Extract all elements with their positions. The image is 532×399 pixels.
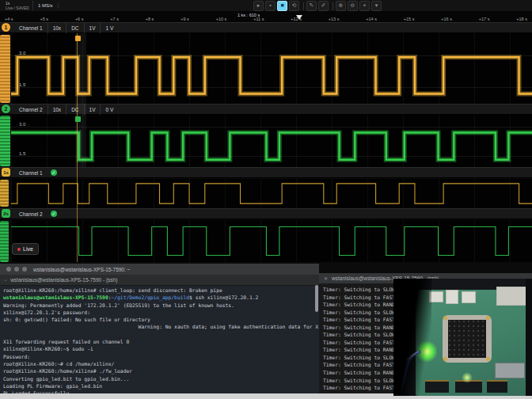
- terminal-left-title: wstanislaus@wstanislaus-XPS-15-7590: ~: [33, 267, 130, 272]
- tick-label: +14 s: [366, 17, 377, 21]
- digital-channel1-header[interactable]: Channel 1 ✓: [0, 167, 532, 178]
- channel1-offset[interactable]: 1 V: [101, 23, 118, 33]
- tick-label: +17 s: [479, 17, 490, 21]
- channel1-low-level-label: 1.5: [19, 82, 25, 87]
- tick-label: +16 s: [441, 17, 452, 21]
- live-label: Live: [23, 246, 33, 252]
- terminal-line: root@Xilinx-KR260:/home/xilinx# client_l…: [3, 287, 319, 294]
- capture-button[interactable]: ■: [277, 1, 287, 11]
- channel1-probe[interactable]: 10x: [48, 23, 66, 33]
- tick-label: +5 s: [40, 17, 48, 21]
- measure-button[interactable]: ✐: [318, 1, 329, 11]
- channel2-probe[interactable]: 10x: [48, 104, 66, 115]
- tick-label: +11 s: [253, 17, 264, 21]
- zoom-out-button[interactable]: ⊖: [348, 1, 358, 11]
- channel2-badge[interactable]: 2: [2, 104, 10, 113]
- channel2-high-level-label: 3.0: [19, 122, 25, 127]
- gridline: [11, 55, 532, 56]
- check-icon[interactable]: ✓: [51, 211, 57, 217]
- channel1-name: Channel 1: [14, 23, 48, 33]
- tick-label: +7 s: [110, 17, 119, 21]
- digital-channel2-badge[interactable]: 2s: [2, 209, 10, 218]
- terminal-left-scrollbar[interactable]: [315, 285, 318, 312]
- terminal-line: xilinx@172.20.1.2's password:: [3, 309, 319, 316]
- cursor-line[interactable]: [77, 33, 78, 262]
- run-button[interactable]: ▸: [253, 1, 264, 11]
- photo-edge: [526, 279, 532, 396]
- terminal-left-tab[interactable]: ▫ wstanislaus@wstanislaus-XPS-15-7590 - …: [0, 275, 319, 286]
- digital-channel2-waveform: [11, 220, 532, 262]
- tick-label: +9 s: [180, 17, 189, 21]
- channel1-plot[interactable]: [11, 33, 532, 104]
- digital-channel1-badge[interactable]: 1s: [2, 168, 10, 177]
- terminal-left-tab-label: wstanislaus@wstanislaus-XPS-15-7590 - (s…: [10, 277, 117, 283]
- gridline: [11, 156, 532, 157]
- screen: 1s Live / SAVED 1 MS/s ▸▪■⟲✎✐⊕⊖⌖▾ 1 ks :…: [0, 0, 532, 399]
- terminal-line: Warning: No xauth data; using fake authe…: [3, 323, 319, 330]
- channel2-waveform: [11, 115, 532, 167]
- annotate-button[interactable]: ✎: [306, 1, 317, 11]
- channel1-handle[interactable]: [0, 35, 10, 103]
- channel2-cursor-flag-icon[interactable]: [75, 116, 81, 122]
- channel2-offset[interactable]: 0 V: [101, 104, 118, 115]
- scope-toolbar: 1s Live / SAVED 1 MS/s ▸▪■⟲✎✐⊕⊖⌖▾: [0, 0, 532, 12]
- terminal-line: Warning: Permanently added '172.20.1.2' …: [3, 302, 319, 309]
- tick-label: +10 s: [216, 17, 227, 21]
- capture-mode-label: Live / SAVED: [6, 6, 29, 10]
- channel1-waveform: [11, 33, 532, 104]
- record-dot-icon: [17, 248, 21, 251]
- check-icon[interactable]: ✓: [51, 169, 57, 176]
- digital-channel2-name: Channel 2: [14, 209, 48, 219]
- tick-label: +4 s: [5, 17, 13, 21]
- digital-channel1-handle[interactable]: [0, 180, 9, 207]
- live-indicator[interactable]: Live: [12, 243, 39, 255]
- terminal-line: xilinx@Xilinx-KR260:~$ sudo -i: [3, 345, 319, 352]
- terminal-line: [3, 331, 319, 338]
- terminal-line: root@Xilinx-KR260:/home/xilinx# ./fw_loa…: [3, 367, 319, 374]
- tick-label: +15 s: [404, 17, 415, 21]
- channel2-plot[interactable]: [11, 115, 532, 167]
- channel2-handle[interactable]: [0, 116, 10, 166]
- trigger-marker-icon[interactable]: [296, 15, 302, 20]
- digital-channel2-header[interactable]: Channel 2 ✓: [0, 208, 532, 219]
- channel2-name: Channel 2: [14, 104, 48, 115]
- digital-channel1-plot[interactable]: [11, 179, 532, 208]
- tick-label: +18 s: [516, 17, 527, 21]
- channel1-coupling[interactable]: DC: [66, 23, 84, 33]
- zoom-fit-button[interactable]: ⌖: [359, 1, 370, 11]
- terminal-line: Converting gpio_led.bit to gpio_led.bin.…: [3, 375, 319, 382]
- terminal-line: X11 forwarding request failed on channel…: [3, 338, 319, 345]
- more-button[interactable]: ▾: [371, 1, 382, 11]
- gridline: [11, 87, 532, 88]
- terminal-left-titlebar[interactable]: wstanislaus@wstanislaus-XPS-15-7590: ~: [0, 264, 319, 275]
- gridline: [11, 127, 532, 127]
- tick-label: +13 s: [329, 17, 340, 21]
- channel1-high-level-label: 3.0: [19, 51, 25, 55]
- terminal-line: Password:: [3, 353, 319, 360]
- photo-shadow: [393, 279, 431, 396]
- channel1-header[interactable]: Channel 1 10x DC 1V 1 V: [0, 22, 532, 33]
- terminal-window-left[interactable]: wstanislaus@wstanislaus-XPS-15-7590: ~ ▫…: [0, 264, 319, 393]
- channel2-range[interactable]: 1V: [85, 104, 101, 115]
- digital-channel1-name: Channel 1: [14, 168, 48, 178]
- timeline-ticks: +4 s+5 s+6 s+7 s+8 s+9 s+10 s+11 s+12 s+…: [0, 17, 532, 21]
- timeline-ruler[interactable]: 1 ks : 610 s +4 s+5 s+6 s+7 s+8 s+9 s+10…: [0, 11, 532, 23]
- channel1-badge[interactable]: 1: [2, 23, 10, 32]
- timebase-selector[interactable]: 1s Live / SAVED: [2, 1, 33, 10]
- digital-channel2-handle[interactable]: [0, 221, 9, 262]
- channel1-cursor-flag-icon[interactable]: [75, 36, 81, 41]
- tick-label: +8 s: [146, 17, 154, 21]
- repeat-button[interactable]: ⟲: [289, 1, 299, 11]
- tick-label: +6 s: [75, 17, 84, 21]
- terminal-left-output[interactable]: root@Xilinx-KR260:/home/xilinx# client_l…: [0, 285, 319, 393]
- zoom-in-button[interactable]: ⊕: [336, 1, 346, 11]
- tab-square-icon: ▫: [5, 278, 6, 283]
- hold-button[interactable]: ▪: [265, 1, 276, 11]
- window-controls-icon[interactable]: [6, 267, 27, 272]
- pcb-photo: [393, 279, 532, 396]
- close-icon[interactable]: ✕: [324, 276, 328, 281]
- digital-channel1-waveform: [11, 179, 532, 208]
- digital-channel2-plot[interactable]: [11, 220, 532, 262]
- channel1-range[interactable]: 1V: [85, 23, 101, 33]
- terminal-line: wstanislaus@wstanislaus-XPS-15-7590:~/gi…: [3, 294, 319, 301]
